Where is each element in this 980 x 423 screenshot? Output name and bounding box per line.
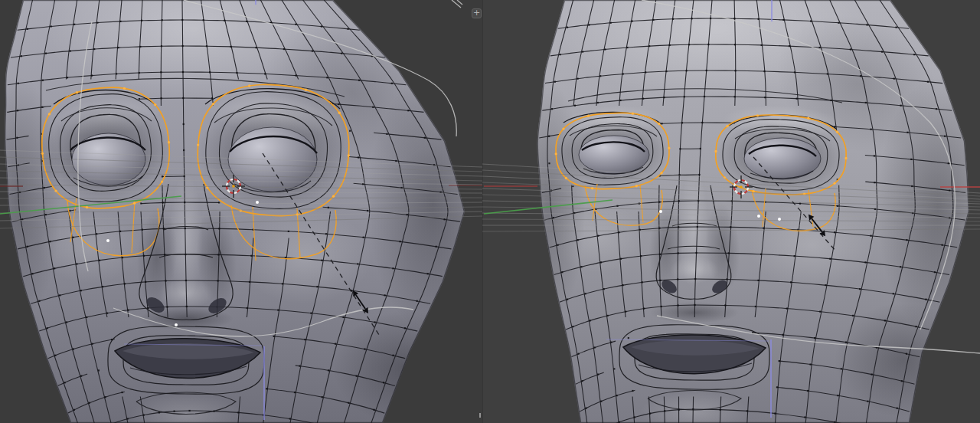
add-region-icon: + — [472, 8, 481, 17]
active-vertex — [175, 323, 178, 326]
viewport-divider — [482, 0, 483, 423]
active-vertex — [256, 201, 259, 204]
viewport-canvas[interactable] — [0, 0, 980, 423]
active-vertex — [778, 218, 781, 221]
active-vertex — [659, 210, 662, 213]
active-vertex — [106, 239, 109, 242]
expand-region-button[interactable]: + — [472, 8, 482, 18]
blender-3d-view: + — [0, 0, 980, 423]
active-vertex — [757, 215, 760, 218]
